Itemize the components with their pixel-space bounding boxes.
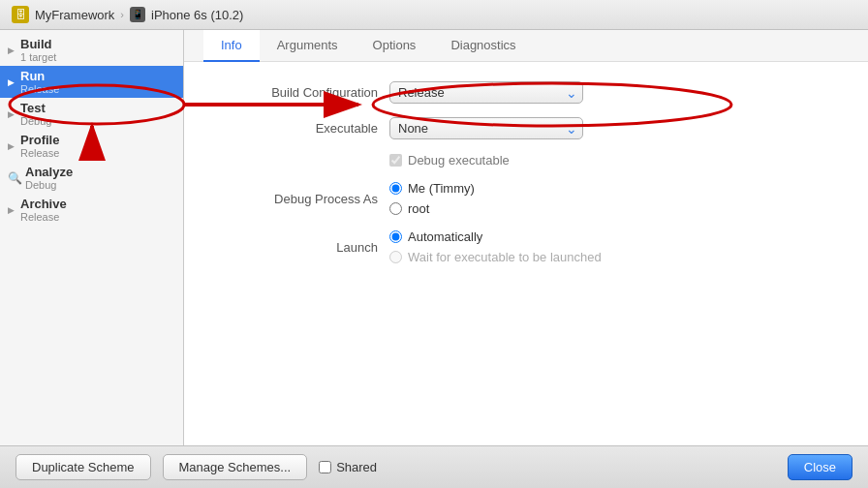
launch-radio-group: Automatically Wait for executable to be …: [389, 229, 602, 264]
debug-process-root-radio[interactable]: [389, 202, 402, 215]
debug-process-root-label: root: [408, 201, 429, 216]
analyze-icon: 🔍: [8, 171, 21, 185]
executable-label: Executable: [223, 121, 378, 136]
launch-wait-label: Wait for executable to be launched: [408, 250, 602, 264]
debug-process-me-label: Me (Timmy): [408, 181, 475, 196]
device-icon: 📱: [130, 7, 145, 22]
breadcrumb-chevron: ›: [120, 9, 124, 20]
chevron-right-icon: ▶: [8, 46, 15, 55]
run-title: Run: [20, 69, 59, 83]
scheme-editor-window: 🗄 MyFramework › 📱 iPhone 6s (10.2) ▶ Bui…: [0, 0, 868, 488]
project-name: MyFramework: [35, 8, 114, 22]
sidebar-item-build[interactable]: ▶ Build 1 target: [0, 34, 183, 66]
shared-checkbox-row: Shared: [319, 460, 377, 474]
title-bar: 🗄 MyFramework › 📱 iPhone 6s (10.2): [0, 0, 868, 30]
profile-title: Profile: [20, 133, 59, 147]
debug-process-label: Debug Process As: [223, 192, 378, 206]
launch-control: Automatically Wait for executable to be …: [389, 229, 602, 264]
debug-process-radio-group: Me (Timmy) root: [389, 181, 475, 216]
build-configuration-row: Build Configuration Debug Release ⌄: [223, 81, 829, 104]
duplicate-scheme-button[interactable]: Duplicate Scheme: [16, 454, 151, 480]
debug-executable-checkbox[interactable]: [389, 154, 402, 167]
analyze-subtitle: Debug: [25, 179, 73, 191]
profile-subtitle: Release: [20, 147, 59, 159]
debug-process-me-radio[interactable]: [389, 182, 402, 195]
tab-bar: Info Arguments Options Diagnostics: [184, 30, 868, 62]
debug-process-row: Debug Process As Me (Timmy) root: [223, 181, 829, 216]
debug-process-root-row: root: [389, 201, 475, 216]
build-configuration-control: Debug Release ⌄: [389, 81, 583, 104]
build-title: Build: [20, 37, 56, 51]
executable-row: Executable None ⌄: [223, 117, 829, 139]
sidebar-item-analyze[interactable]: 🔍 Analyze Debug: [0, 162, 183, 194]
debug-process-control: Me (Timmy) root: [389, 181, 475, 216]
launch-wait-row: Wait for executable to be launched: [389, 250, 602, 264]
bottom-bar: Duplicate Scheme Manage Schemes... Share…: [0, 445, 868, 488]
sidebar-item-test[interactable]: ▶ Test Debug: [0, 98, 183, 130]
project-icon: 🗄: [12, 6, 29, 23]
manage-schemes-button[interactable]: Manage Schemes...: [163, 454, 308, 480]
executable-select[interactable]: None: [389, 117, 583, 139]
debug-process-me-row: Me (Timmy): [389, 181, 475, 196]
archive-title: Archive: [20, 197, 67, 211]
device-name: iPhone 6s (10.2): [151, 8, 243, 22]
sidebar-item-archive[interactable]: ▶ Archive Release: [0, 194, 183, 226]
tab-options[interactable]: Options: [356, 30, 434, 62]
chevron-right-icon-archive: ▶: [8, 205, 15, 215]
tab-diagnostics[interactable]: Diagnostics: [433, 30, 533, 62]
sidebar-item-profile[interactable]: ▶ Profile Release: [0, 130, 183, 162]
tab-info[interactable]: Info: [203, 30, 260, 62]
settings-panel: Build Configuration Debug Release ⌄ Ex: [184, 62, 868, 445]
launch-auto-label: Automatically: [408, 229, 482, 244]
chevron-right-icon-test: ▶: [8, 109, 15, 119]
run-subtitle: Release: [20, 83, 59, 95]
build-subtitle: 1 target: [20, 51, 56, 63]
launch-auto-radio[interactable]: [389, 230, 402, 243]
build-configuration-wrapper: Debug Release ⌄: [389, 81, 583, 104]
test-subtitle: Debug: [20, 115, 51, 127]
debug-executable-row: Debug executable: [389, 153, 829, 168]
launch-auto-row: Automatically: [389, 229, 602, 244]
test-title: Test: [20, 101, 51, 115]
chevron-right-icon-profile: ▶: [8, 141, 15, 151]
shared-checkbox[interactable]: [319, 461, 331, 473]
executable-wrapper: None ⌄: [389, 117, 583, 139]
archive-subtitle: Release: [20, 211, 67, 223]
main-area: ▶ Build 1 target ▶ Run Release ▶ Test De…: [0, 30, 868, 445]
sidebar-item-run[interactable]: ▶ Run Release: [0, 66, 183, 98]
executable-control: None ⌄: [389, 117, 583, 139]
tab-arguments[interactable]: Arguments: [260, 30, 356, 62]
debug-executable-label: Debug executable: [408, 153, 510, 168]
shared-label: Shared: [336, 460, 377, 474]
sidebar: ▶ Build 1 target ▶ Run Release ▶ Test De…: [0, 30, 184, 445]
build-configuration-select[interactable]: Debug Release: [389, 81, 583, 104]
launch-wait-radio[interactable]: [389, 251, 402, 263]
content-panel: Info Arguments Options Diagnostics Build…: [184, 30, 868, 445]
build-configuration-label: Build Configuration: [223, 85, 378, 100]
chevron-right-icon-run: ▶: [8, 77, 15, 87]
launch-row: Launch Automatically Wait for executable…: [223, 229, 829, 264]
analyze-title: Analyze: [25, 165, 73, 179]
close-button[interactable]: Close: [788, 454, 852, 480]
launch-label: Launch: [223, 240, 378, 255]
